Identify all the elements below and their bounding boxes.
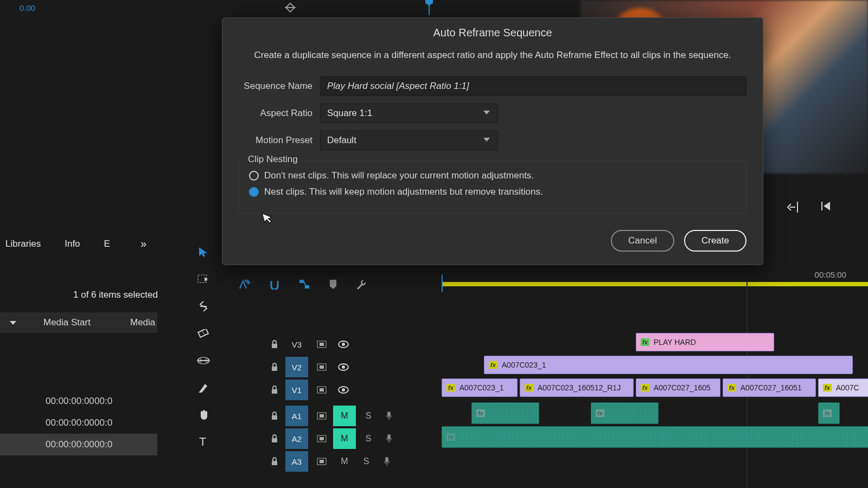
lock-icon[interactable] [264, 357, 285, 377]
lock-icon[interactable] [264, 334, 285, 355]
fx-badge: fx [727, 384, 736, 391]
cancel-button[interactable]: Cancel [611, 230, 674, 252]
selection-tool-icon[interactable] [195, 244, 212, 260]
source-patching-icon[interactable] [310, 428, 333, 449]
clip-video[interactable]: fx A007C [818, 378, 868, 397]
auto-reframe-sequence-dialog: Auto Reframe Sequence Create a duplicate… [222, 17, 763, 265]
clip-label: A007C027_16051 [741, 383, 802, 392]
col-sort[interactable] [0, 317, 43, 328]
tab-extra[interactable]: E [104, 239, 110, 249]
lock-icon[interactable] [264, 428, 285, 449]
svg-line-4 [201, 330, 206, 336]
overflow-icon[interactable]: » [141, 237, 146, 250]
tab-libraries[interactable]: Libraries [5, 239, 41, 249]
clip-audio[interactable]: fx [818, 402, 840, 424]
list-item[interactable]: 00:00:00:0000:0 [0, 434, 157, 455]
track-label[interactable]: V2 [285, 357, 308, 377]
track-label[interactable]: A1 [285, 406, 308, 426]
wrench-icon[interactable] [356, 279, 367, 290]
motion-preset-value: Default [327, 135, 356, 145]
source-patching-icon[interactable] [310, 406, 333, 426]
svg-rect-19 [272, 389, 277, 394]
voiceover-icon[interactable] [376, 451, 397, 472]
solo-toggle[interactable]: S [358, 428, 379, 449]
list-item[interactable]: 00:00:00:0000:0 [0, 390, 157, 412]
svg-rect-27 [387, 412, 391, 417]
lock-icon[interactable] [264, 406, 285, 426]
insert-icon[interactable] [239, 279, 251, 290]
clip-video[interactable]: fx A007C023_1 [484, 356, 853, 374]
mark-out-icon[interactable] [787, 201, 800, 214]
solo-toggle[interactable]: S [356, 451, 376, 472]
keyframe-nav-icon[interactable] [285, 2, 296, 13]
linked-selection-icon[interactable] [298, 279, 310, 290]
step-back-icon[interactable] [821, 201, 832, 214]
clip-label: A007C027_1605 [654, 383, 711, 392]
timeline-timecode: 00:05:00 [815, 270, 846, 279]
fx-badge: fx [823, 384, 832, 391]
mute-toggle[interactable]: M [333, 406, 356, 426]
property-value[interactable]: 0.00 [20, 3, 35, 12]
clip-video[interactable]: fx A007C023_160512_R1J [520, 378, 634, 397]
radio-icon [249, 187, 259, 197]
svg-point-23 [342, 388, 345, 391]
clip-video[interactable]: fx A007C023_1 [442, 378, 518, 397]
clip-audio[interactable]: fx [471, 402, 539, 424]
track-label[interactable]: V1 [285, 380, 308, 400]
col-media-start[interactable]: Media Start [43, 317, 130, 328]
marker-icon[interactable] [329, 279, 337, 290]
lock-icon[interactable] [264, 451, 285, 472]
sequence-name-label: Sequence Name [239, 81, 320, 92]
clip-label: A007C023_160512_R1J [538, 383, 621, 392]
project-list: 00:00:00:0000:0 00:00:00:0000:0 00:00:00… [0, 390, 157, 455]
radio-option-dont-nest[interactable]: Don't nest clips. This will replace your… [249, 168, 736, 184]
type-tool-icon[interactable]: T [195, 434, 212, 450]
ripple-edit-tool-icon[interactable] [195, 298, 212, 314]
lock-icon[interactable] [264, 380, 285, 400]
track-label[interactable]: A3 [285, 451, 308, 472]
voiceover-icon[interactable] [379, 428, 399, 449]
rate-stretch-tool-icon[interactable] [195, 325, 212, 342]
source-patching-icon[interactable] [310, 334, 333, 355]
radio-option-nest[interactable]: Nest clips. This will keep motion adjust… [249, 184, 736, 200]
voiceover-icon[interactable] [379, 406, 399, 426]
timeline-playbar[interactable] [442, 282, 868, 286]
eye-icon[interactable] [333, 380, 354, 400]
svg-rect-7 [299, 280, 304, 283]
track-select-tool-icon[interactable] [195, 271, 212, 287]
clip-title[interactable]: fx PLAY HARD [636, 333, 774, 351]
playhead-marker[interactable] [429, 0, 430, 15]
eye-icon[interactable] [333, 357, 354, 377]
create-button[interactable]: Create [684, 230, 746, 252]
pen-tool-icon[interactable] [195, 380, 212, 396]
motion-preset-label: Motion Preset [239, 135, 320, 146]
track-headers: V3 V2 V1 A1 M S A2 M S A3 M S [264, 333, 868, 473]
list-item[interactable]: 00:00:00:0000:0 [0, 412, 157, 434]
aspect-ratio-select[interactable]: Square 1:1 [320, 104, 498, 123]
source-patching-icon[interactable] [310, 380, 333, 400]
eye-icon[interactable] [333, 334, 354, 355]
mute-toggle[interactable]: M [333, 428, 356, 449]
sequence-name-input[interactable] [320, 76, 746, 96]
slip-tool-icon[interactable] [195, 352, 212, 369]
track-v3: V3 [264, 333, 868, 356]
clip-video[interactable]: fx A007C027_16051 [723, 378, 816, 397]
hand-tool-icon[interactable] [195, 407, 212, 423]
source-patching-icon[interactable] [310, 357, 333, 377]
solo-toggle[interactable]: S [358, 406, 379, 426]
col-media[interactable]: Media [130, 317, 155, 328]
tab-info[interactable]: Info [65, 239, 80, 249]
motion-preset-select[interactable]: Default [320, 131, 498, 150]
source-patching-icon[interactable] [310, 451, 333, 472]
clip-nesting-fieldset: Clip Nesting Don't nest clips. This will… [239, 160, 746, 214]
clip-audio[interactable]: fx [591, 402, 659, 424]
svg-rect-24 [272, 415, 277, 420]
track-label[interactable]: A2 [285, 428, 308, 449]
mute-toggle[interactable]: M [333, 451, 356, 472]
track-label[interactable]: V3 [285, 334, 308, 355]
clip-video[interactable]: fx A007C027_1605 [636, 378, 720, 397]
svg-rect-35 [385, 457, 388, 463]
timeline-header-tools [239, 279, 367, 290]
clip-audio[interactable]: fx [442, 426, 868, 448]
snap-icon[interactable] [269, 279, 280, 290]
